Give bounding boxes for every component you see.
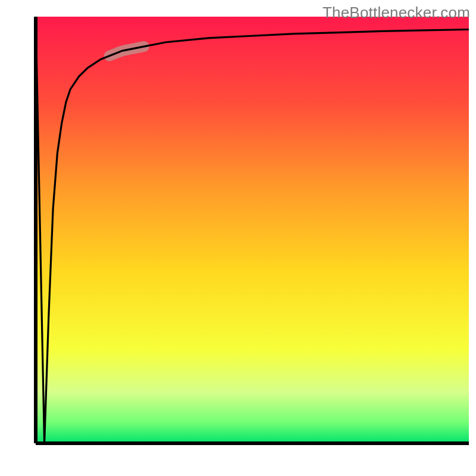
bottleneck-chart bbox=[0, 0, 476, 476]
watermark-text: TheBottlenecker.com bbox=[322, 4, 470, 22]
gradient-background bbox=[36, 17, 469, 443]
chart-container: TheBottlenecker.com bbox=[0, 0, 476, 476]
